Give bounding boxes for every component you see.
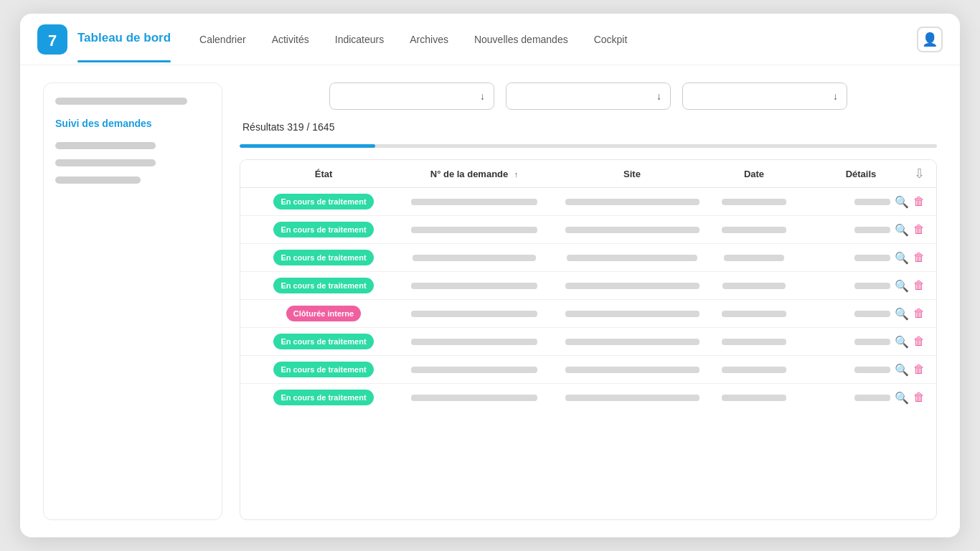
- data-table: État N° de la demande ↑ Site Date Détail…: [240, 159, 937, 520]
- row-2-actions: 🔍 🗑: [797, 223, 925, 237]
- row-7-site: [553, 367, 711, 373]
- table-row: En cours de traitement: [240, 272, 936, 300]
- row-7-numero: [395, 367, 553, 373]
- row-3-date: [711, 255, 797, 261]
- delete-icon[interactable]: 🗑: [913, 195, 925, 208]
- app-window: 7 Tableau de bord Calendrier Activités I…: [20, 14, 960, 537]
- row-5-site: [553, 311, 711, 317]
- col-header-site: Site: [553, 167, 711, 180]
- results-info: Résultats 319 / 1645: [240, 121, 937, 133]
- download-button[interactable]: ⇩: [914, 166, 925, 182]
- col-header-date: Date: [711, 167, 797, 180]
- right-panel: ↓ ↓ ↓ Résultats 319 / 1645: [240, 83, 937, 520]
- svg-text:7: 7: [48, 32, 57, 50]
- main-content: Suivi des demandes ↓ ↓ ↓ Résultats 319 /…: [20, 65, 960, 537]
- row-6-site: [553, 339, 711, 345]
- nav-activites[interactable]: Activités: [272, 31, 309, 48]
- filter-row: ↓ ↓ ↓: [240, 83, 937, 110]
- row-8-actions: 🔍 🗑: [797, 391, 925, 405]
- dropdown-arrow-1: ↓: [480, 90, 485, 102]
- row-4-actions: 🔍 🗑: [797, 279, 925, 293]
- status-badge: En cours de traitement: [273, 222, 373, 237]
- row-3-actions: 🔍 🗑: [797, 251, 925, 265]
- filter-dropdown-1[interactable]: ↓: [329, 83, 494, 110]
- nav-nouvelles-demandes[interactable]: Nouvelles demandes: [474, 31, 568, 48]
- status-badge: En cours de traitement: [273, 390, 373, 405]
- row-3-status-cell: En cours de traitement: [252, 250, 395, 265]
- row-4-numero: [395, 283, 553, 289]
- row-4-status-cell: En cours de traitement: [252, 278, 395, 293]
- row-5-actions: 🔍 🗑: [797, 307, 925, 321]
- status-badge: En cours de traitement: [273, 194, 373, 209]
- row-5-status-cell: Clôturée interne: [252, 306, 395, 321]
- nav-cockpit[interactable]: Cockpit: [594, 31, 628, 48]
- row-6-actions: 🔍 🗑: [797, 335, 925, 349]
- sidebar-placeholder-4: [55, 176, 141, 184]
- row-5-date: [711, 311, 797, 317]
- table-header: État N° de la demande ↑ Site Date Détail…: [240, 160, 936, 188]
- table-row: En cours de traitement: [240, 356, 936, 384]
- row-4-date: [711, 283, 797, 289]
- user-avatar[interactable]: 👤: [917, 27, 943, 52]
- nav-calendrier[interactable]: Calendrier: [199, 31, 246, 48]
- view-icon[interactable]: 🔍: [895, 279, 909, 293]
- view-icon[interactable]: 🔍: [895, 363, 909, 377]
- row-8-date: [711, 395, 797, 401]
- row-6-status-cell: En cours de traitement: [252, 334, 395, 349]
- delete-icon[interactable]: 🗑: [913, 391, 925, 404]
- row-6-numero: [395, 339, 553, 345]
- col-header-numero[interactable]: N° de la demande ↑: [395, 167, 553, 180]
- view-icon[interactable]: 🔍: [895, 223, 909, 237]
- delete-icon[interactable]: 🗑: [913, 279, 925, 292]
- view-icon[interactable]: 🔍: [895, 251, 909, 265]
- dropdown-arrow-3: ↓: [833, 90, 838, 102]
- delete-icon[interactable]: 🗑: [913, 223, 925, 236]
- row-8-numero: [395, 395, 553, 401]
- view-icon[interactable]: 🔍: [895, 391, 909, 405]
- view-icon[interactable]: 🔍: [895, 335, 909, 349]
- filter-dropdown-3[interactable]: ↓: [682, 83, 847, 110]
- view-icon[interactable]: 🔍: [895, 307, 909, 321]
- row-4-site: [553, 283, 711, 289]
- view-icon[interactable]: 🔍: [895, 195, 909, 209]
- row-8-status-cell: En cours de traitement: [252, 390, 395, 405]
- delete-icon[interactable]: 🗑: [913, 251, 925, 264]
- delete-icon[interactable]: 🗑: [913, 335, 925, 348]
- row-7-actions: 🔍 🗑: [797, 363, 925, 377]
- sidebar-placeholder-1: [55, 98, 187, 105]
- nav-indicateurs[interactable]: Indicateurs: [335, 31, 384, 48]
- row-3-site: [553, 255, 711, 261]
- sort-icon-numero: ↑: [514, 170, 519, 179]
- row-1-actions: 🔍 🗑: [797, 195, 925, 209]
- status-badge: En cours de traitement: [273, 362, 373, 377]
- delete-icon[interactable]: 🗑: [913, 307, 925, 320]
- table-row: En cours de traitement: [240, 188, 936, 216]
- status-badge: En cours de traitement: [273, 250, 373, 265]
- col-header-etat: État: [252, 167, 395, 180]
- col-header-details: Détails: [797, 167, 925, 180]
- row-1-site: [553, 199, 711, 205]
- row-3-numero: [395, 255, 553, 261]
- progress-bar-container: [240, 144, 937, 148]
- row-2-date: [711, 227, 797, 233]
- table-row: En cours de traitement: [240, 384, 936, 411]
- status-badge: Clôturée interne: [286, 306, 361, 321]
- sidebar-placeholder-2: [55, 142, 156, 149]
- nav-brand[interactable]: Tableau de bord: [77, 31, 171, 48]
- dropdown-arrow-2: ↓: [656, 90, 661, 102]
- row-8-site: [553, 395, 711, 401]
- row-2-status-cell: En cours de traitement: [252, 222, 395, 237]
- progress-bar-fill: [240, 144, 375, 148]
- table-row: En cours de traitement: [240, 244, 936, 272]
- nav-archives[interactable]: Archives: [410, 31, 448, 48]
- row-7-status-cell: En cours de traitement: [252, 362, 395, 377]
- table-row: En cours de traitement: [240, 328, 936, 356]
- row-1-numero: [395, 199, 553, 205]
- sidebar: Suivi des demandes: [43, 83, 222, 520]
- status-badge: En cours de traitement: [273, 278, 373, 293]
- main-nav: Calendrier Activités Indicateurs Archive…: [199, 31, 917, 48]
- delete-icon[interactable]: 🗑: [913, 363, 925, 376]
- sidebar-link-suivi[interactable]: Suivi des demandes: [55, 118, 210, 129]
- row-2-site: [553, 227, 711, 233]
- filter-dropdown-2[interactable]: ↓: [506, 83, 671, 110]
